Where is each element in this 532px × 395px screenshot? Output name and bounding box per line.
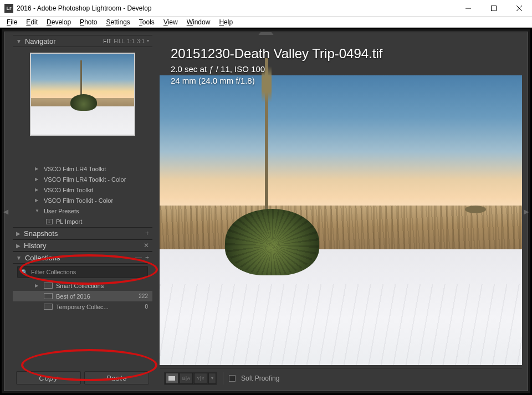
yucca-plant xyxy=(225,209,319,275)
soft-proofing-checkbox[interactable] xyxy=(229,375,236,382)
maximize-button[interactable] xyxy=(481,0,507,17)
view-before-after-button[interactable]: B|A xyxy=(180,373,193,384)
zoom-fit[interactable]: FIT xyxy=(103,38,111,44)
history-title: History xyxy=(24,242,144,250)
collection-count: 0 xyxy=(145,304,148,310)
chevron-right-icon: ▶ xyxy=(35,177,40,182)
collection-item-smart[interactable]: ▶ Smart Collections xyxy=(13,280,152,291)
menu-tools[interactable]: Tools xyxy=(135,17,159,27)
navigator-thumbnail[interactable] xyxy=(30,53,135,136)
chevron-down-icon: ▼ xyxy=(16,255,22,261)
image-filename: 20151230-Death Valley Trip-0494.tif xyxy=(171,45,382,63)
toolbar-divider xyxy=(223,372,223,384)
navigator-header[interactable]: ▼ Navigator FIT FILL 1:1 3:1 ▾ xyxy=(13,35,152,47)
menu-settings[interactable]: Settings xyxy=(101,17,134,27)
paste-button[interactable]: Paste xyxy=(84,371,149,384)
window-controls xyxy=(456,0,532,17)
menu-edit[interactable]: Edit xyxy=(22,17,42,27)
preset-folder[interactable]: ▶VSCO Film LR4 Toolkit - Color xyxy=(13,174,152,184)
search-icon: 🔍 xyxy=(21,269,28,275)
maximize-icon xyxy=(491,6,497,11)
filter-collections-input[interactable]: 🔍 Filter Collections xyxy=(17,266,148,278)
clear-history-icon[interactable]: ✕ xyxy=(144,242,149,249)
preset-item-label: PL Import xyxy=(56,218,82,225)
app-shell: ◀ ▶ ▼ Navigator FIT FILL 1:1 3:1 ▾ xyxy=(0,28,532,395)
collections-list: ▶ Smart Collections ▶ Best of 2016 222 ▶… xyxy=(13,280,152,312)
app-logo-icon: Lr xyxy=(4,4,13,13)
copy-paste-buttons: Copy Paste xyxy=(13,368,152,388)
preset-folder[interactable]: ▶VSCO Film LR4 Toolkit xyxy=(13,163,152,174)
zoom-1to1[interactable]: 1:1 xyxy=(127,38,135,44)
preset-label: VSCO Film LR4 Toolkit xyxy=(44,166,106,172)
preset-item[interactable]: ≡PL Import xyxy=(13,216,152,227)
chevron-down-icon: ▼ xyxy=(16,38,22,44)
collection-label: Temporary Collec... xyxy=(56,304,141,310)
menu-photo[interactable]: Photo xyxy=(75,17,101,27)
navigator-thumb-wrap xyxy=(13,47,152,141)
chevron-right-icon: ▶ xyxy=(16,230,21,237)
right-panel-expand-icon[interactable]: ▶ xyxy=(524,208,529,216)
collection-icon xyxy=(44,293,53,299)
chevron-right-icon: ▶ xyxy=(16,243,21,249)
close-icon xyxy=(516,6,522,11)
thumbnail-scene xyxy=(31,54,134,135)
history-header[interactable]: ▶ History ✕ xyxy=(13,239,152,252)
collection-item-best2016[interactable]: ▶ Best of 2016 222 xyxy=(13,291,152,301)
preset-folder[interactable]: ▶VSCO Film Toolkit - Color xyxy=(13,195,152,206)
titlebar-left: Lr 2016 - Adobe Photoshop Lightroom - De… xyxy=(4,4,152,13)
menu-bar: File Edit Develop Photo Settings Tools V… xyxy=(0,17,532,28)
add-collection-icon[interactable]: + xyxy=(145,254,149,261)
image-exposure: 2.0 sec at ƒ / 11, ISO 100 xyxy=(171,64,382,75)
chevron-right-icon: ▶ xyxy=(35,198,40,203)
filter-placeholder: Filter Collections xyxy=(31,269,76,275)
collection-count: 222 xyxy=(139,293,148,299)
inner-frame: ◀ ▶ ▼ Navigator FIT FILL 1:1 3:1 ▾ xyxy=(4,32,528,391)
zoom-fill[interactable]: FILL xyxy=(114,38,125,44)
preset-label: VSCO Film Toolkit xyxy=(44,187,93,193)
collection-icon xyxy=(44,304,53,310)
zoom-more-icon[interactable]: ▾ xyxy=(147,38,149,44)
menu-help[interactable]: Help xyxy=(214,17,237,27)
zoom-options: FIT FILL 1:1 3:1 ▾ xyxy=(103,38,149,44)
view-single-button[interactable] xyxy=(165,373,178,384)
minimize-button[interactable] xyxy=(456,0,481,17)
left-panel: ▼ Navigator FIT FILL 1:1 3:1 ▾ xyxy=(13,35,152,388)
navigator-title: Navigator xyxy=(25,37,103,45)
snapshots-header[interactable]: ▶ Snapshots + xyxy=(13,227,152,239)
zoom-3to1[interactable]: 3:1 xyxy=(137,38,145,44)
collections-header[interactable]: ▼ Collections —+ xyxy=(13,252,152,264)
copy-button[interactable]: Copy xyxy=(16,371,81,384)
image-lens: 24 mm (24.0 mm f/1.8) xyxy=(171,75,382,86)
close-button[interactable] xyxy=(507,0,532,17)
collection-item-temp[interactable]: ▶ Temporary Collec... 0 xyxy=(13,301,152,312)
snapshots-title: Snapshots xyxy=(24,229,145,238)
chevron-right-icon: ▶ xyxy=(35,187,40,192)
soft-proofing-label: Soft Proofing xyxy=(241,375,279,382)
main-image-area: 20151230-Death Valley Trip-0494.tif 2.0 … xyxy=(160,35,522,365)
preset-folder[interactable]: ▼User Presets xyxy=(13,206,152,216)
collection-label: Best of 2016 xyxy=(56,293,135,300)
preset-folder[interactable]: ▶VSCO Film Toolkit xyxy=(13,184,152,195)
chevron-down-icon: ▼ xyxy=(35,208,40,213)
preset-label: User Presets xyxy=(44,208,79,214)
view-yy-button[interactable]: Y|Y xyxy=(194,373,207,384)
menu-file[interactable]: File xyxy=(2,17,22,27)
collapse-icon[interactable]: — xyxy=(135,254,142,261)
minimize-icon xyxy=(466,6,471,11)
menu-develop[interactable]: Develop xyxy=(42,17,75,27)
collection-label: Smart Collections xyxy=(56,283,148,289)
menu-view[interactable]: View xyxy=(159,17,182,27)
image-info-overlay: 20151230-Death Valley Trip-0494.tif 2.0 … xyxy=(171,45,382,86)
menu-window[interactable]: Window xyxy=(182,17,215,27)
window-title: 2016 - Adobe Photoshop Lightroom - Devel… xyxy=(17,4,152,12)
presets-panel: ▶VSCO Film LR4 Toolkit ▶VSCO Film LR4 To… xyxy=(13,163,152,227)
left-panel-expand-icon[interactable]: ◀ xyxy=(3,208,8,216)
folder-icon xyxy=(44,283,53,289)
window-titlebar: Lr 2016 - Adobe Photoshop Lightroom - De… xyxy=(0,0,532,17)
image-frame[interactable]: 20151230-Death Valley Trip-0494.tif 2.0 … xyxy=(160,39,522,365)
preset-icon: ≡ xyxy=(46,219,53,224)
view-mode-group: B|A Y|Y ▾ xyxy=(164,372,217,385)
view-mode-menu[interactable]: ▾ xyxy=(208,373,216,384)
add-snapshot-icon[interactable]: + xyxy=(145,229,149,237)
preset-label: VSCO Film LR4 Toolkit - Color xyxy=(44,176,126,183)
